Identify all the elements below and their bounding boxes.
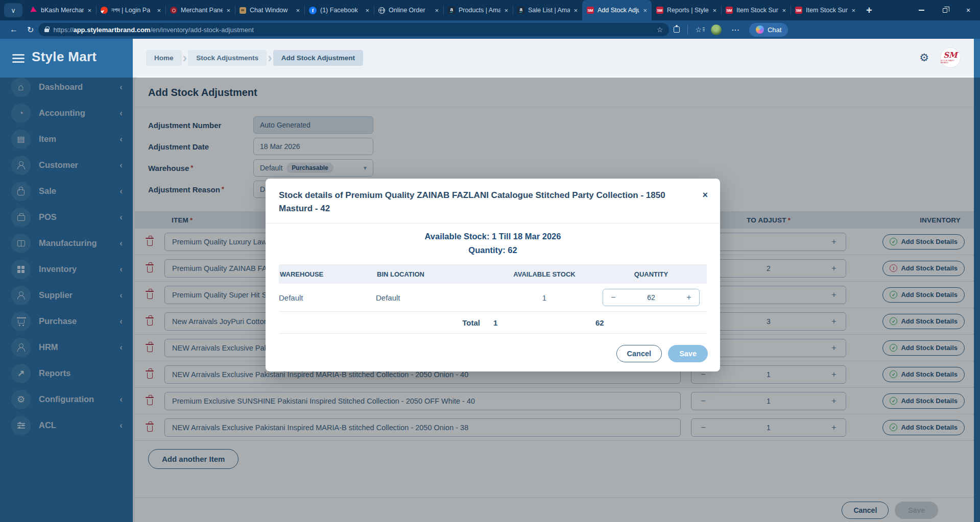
tab-item-stock-summary-2[interactable]: Item Stock Sum [791, 0, 860, 20]
divider [279, 333, 707, 334]
stock-details-modal: Stock details of Premium Quality ZAINAB … [266, 179, 720, 371]
chevron-down-icon [11, 7, 16, 14]
browser-url-bar: https://app.stylemartbrand.com/en/invent… [0, 20, 980, 39]
minimize-button[interactable] [910, 0, 933, 20]
style-mart-icon [656, 7, 663, 14]
divider [687, 25, 688, 34]
breadcrumb-add-stock-adjustment: Add Stock Adjustment [273, 50, 363, 66]
minus-icon[interactable] [603, 293, 624, 302]
close-icon [966, 6, 970, 14]
close-icon[interactable] [573, 7, 578, 14]
modal-save-button[interactable]: Save [668, 345, 708, 362]
copilot-icon [756, 26, 764, 34]
close-icon[interactable] [157, 7, 161, 14]
extensions-icon[interactable] [674, 27, 680, 33]
modal-table: WAREHOUSE BIN LOCATION AVAILABLE STOCK Q… [279, 264, 707, 334]
amazon-icon [517, 7, 524, 14]
style-mart-icon [587, 7, 594, 14]
available-stock-column-header: AVAILABLE STOCK [493, 270, 595, 278]
modal-title: Stock details of Premium Quality ZAINAB … [279, 189, 689, 216]
maximize-button[interactable] [933, 0, 957, 20]
style-mart-icon [726, 7, 733, 14]
browser-menu-icon[interactable] [731, 25, 739, 35]
screen: bKash Merchan নগদ | Login Pa Merchant Pa… [0, 0, 980, 522]
tab-facebook[interactable]: f(1) Facebook [304, 0, 374, 20]
header-actions: SM STYLE MART BRAND [919, 47, 961, 68]
breadcrumb-arrow-icon [268, 51, 272, 64]
tab-merchant-panel[interactable]: Merchant Pane [165, 0, 235, 20]
modal-quantity-stepper[interactable]: 62 [603, 289, 700, 306]
nagad-icon [101, 7, 108, 14]
tab-products[interactable]: Products | Ama [443, 0, 513, 20]
lock-icon [44, 29, 49, 32]
quantity-line: Quantity: 62 [266, 243, 720, 257]
brand-name: Style Mart [32, 49, 97, 65]
tab-nagad[interactable]: নগদ | Login Pa [96, 0, 165, 20]
tab-reports[interactable]: Reports | Style [652, 0, 721, 20]
chat-window-icon [240, 7, 246, 14]
tab-sale-list[interactable]: Sale List | Amar [513, 0, 582, 20]
divider [266, 223, 720, 223]
merchant-icon [170, 7, 177, 14]
modal-header: Stock details of Premium Quality ZAINAB … [266, 179, 720, 223]
tab-bkash[interactable]: bKash Merchan [27, 0, 96, 20]
close-icon[interactable] [226, 7, 230, 14]
total-quantity: 62 [595, 318, 707, 327]
back-button[interactable] [10, 25, 18, 34]
warehouse-cell: Default [279, 293, 376, 302]
tab-item-stock-summary-1[interactable]: Item Stock Sum [721, 0, 791, 20]
copilot-chat-button[interactable]: Chat [749, 23, 788, 37]
url-text: https://app.stylemartbrand.com/en/invent… [53, 26, 253, 34]
total-available: 1 [493, 318, 595, 327]
modal-table-header: WAREHOUSE BIN LOCATION AVAILABLE STOCK Q… [279, 264, 707, 284]
tab-search-button[interactable] [4, 3, 22, 17]
close-icon[interactable] [87, 7, 91, 14]
breadcrumb: Home Stock Adjustments Add Stock Adjustm… [146, 50, 363, 66]
minimize-icon [919, 10, 924, 10]
close-icon[interactable] [504, 7, 508, 14]
close-icon[interactable] [296, 7, 300, 14]
available-stock-cell: 1 [493, 293, 595, 302]
modal-quantity-value[interactable]: 62 [624, 293, 679, 302]
close-icon[interactable] [365, 7, 369, 14]
account-avatar[interactable]: SM STYLE MART BRAND [940, 47, 961, 68]
close-icon[interactable] [712, 7, 716, 14]
tab-online-order[interactable]: Online Order [374, 0, 443, 20]
bin-location-column-header: BIN LOCATION [376, 270, 493, 278]
quantity-column-header: QUANTITY [595, 270, 707, 278]
reload-button[interactable] [27, 25, 34, 35]
hamburger-menu-icon[interactable] [12, 54, 25, 56]
restore-icon [943, 8, 947, 13]
amazon-icon [448, 7, 455, 14]
bin-location-cell: Default [376, 293, 493, 302]
modal-summary: Available Stock: 1 Till 18 Mar 2026 Quan… [266, 230, 720, 257]
facebook-icon: f [309, 7, 317, 14]
style-mart-icon [795, 7, 802, 14]
globe-icon [378, 7, 385, 14]
close-icon[interactable] [782, 7, 786, 14]
tab-add-stock-adjustment[interactable]: Add Stock Adju [582, 0, 652, 20]
close-icon[interactable] [851, 7, 855, 14]
close-window-button[interactable] [957, 0, 980, 20]
close-icon[interactable] [643, 7, 647, 14]
tab-chat-window[interactable]: Chat Window [235, 0, 304, 20]
tab-strip: bKash Merchan নগদ | Login Pa Merchant Pa… [27, 0, 860, 20]
total-label: Total [376, 318, 493, 327]
close-icon[interactable] [435, 7, 439, 14]
app-header: Home Stock Adjustments Add Stock Adjustm… [133, 39, 974, 77]
favorite-star-icon[interactable] [657, 26, 663, 34]
close-icon[interactable] [702, 190, 708, 201]
breadcrumb-stock-adjustments[interactable]: Stock Adjustments [188, 50, 267, 66]
breadcrumb-home[interactable]: Home [146, 50, 182, 66]
address-input[interactable]: https://app.stylemartbrand.com/en/invent… [38, 23, 669, 36]
settings-gear-icon[interactable] [919, 52, 929, 64]
profile-avatar[interactable] [711, 24, 722, 35]
new-tab-button[interactable] [866, 5, 872, 16]
favorites-bar-icon[interactable] [695, 26, 702, 34]
plus-icon[interactable] [679, 293, 699, 302]
warehouse-column-header: WAREHOUSE [279, 270, 376, 278]
modal-cancel-button[interactable]: Cancel [616, 345, 662, 362]
brand-row: Style Mart [0, 39, 133, 71]
window-controls [910, 0, 980, 20]
available-stock-line: Available Stock: 1 Till 18 Mar 2026 [266, 230, 720, 243]
